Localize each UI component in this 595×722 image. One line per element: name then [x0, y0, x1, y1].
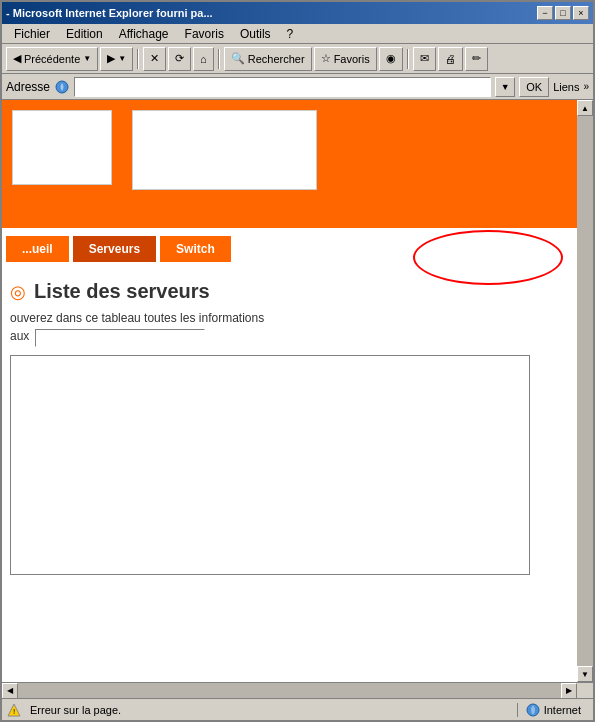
vertical-scrollbar[interactable]: ▲ ▼ [577, 100, 593, 682]
address-label: Adresse [6, 80, 50, 94]
mail-button[interactable]: ✉ [413, 47, 436, 71]
refresh-button[interactable]: ⟳ [168, 47, 191, 71]
main-content-area: ◎ Liste des serveurs ouverez dans ce tab… [2, 270, 593, 585]
media-button[interactable]: ◉ [379, 47, 403, 71]
horizontal-scrollbar[interactable]: ◀ ▶ [2, 682, 593, 698]
forward-button[interactable]: ▶ ▼ [100, 47, 133, 71]
stop-icon: ✕ [150, 52, 159, 65]
hscroll-track[interactable] [18, 683, 561, 699]
menu-fichier[interactable]: Fichier [6, 25, 58, 43]
search-input[interactable] [35, 329, 205, 347]
search-area: aux [10, 329, 585, 347]
print-icon: 🖨 [445, 53, 456, 65]
toolbar-sep-1 [137, 49, 139, 69]
warning-icon: ! [6, 702, 22, 718]
menu-favoris[interactable]: Favoris [177, 25, 232, 43]
edit-icon: ✏ [472, 52, 481, 65]
window-title: - Microsoft Internet Explorer fourni pa.… [6, 7, 537, 19]
toolbar: ◀ Précédente ▼ ▶ ▼ ✕ ⟳ ⌂ 🔍 Rechercher ☆ … [2, 44, 593, 74]
address-dropdown-button[interactable]: ▼ [495, 77, 515, 97]
maximize-button[interactable]: □ [555, 6, 571, 20]
back-label: Précédente [24, 53, 80, 65]
spiral-icon: ◎ [10, 281, 26, 303]
svg-text:!: ! [13, 707, 15, 716]
links-expand-button[interactable]: » [583, 81, 589, 92]
menu-affichage[interactable]: Affichage [111, 25, 177, 43]
go-button[interactable]: OK [519, 77, 549, 97]
address-bar: Adresse ▼ OK Liens » [2, 74, 593, 100]
menu-bar: Fichier Edition Affichage Favoris Outils… [2, 24, 593, 44]
browser-window: - Microsoft Internet Explorer fourni pa.… [0, 0, 595, 722]
star-icon: ☆ [321, 52, 331, 65]
tab-serveurs[interactable]: Serveurs [73, 236, 156, 262]
menu-help[interactable]: ? [279, 25, 302, 43]
nav-tabs: ...ueil Serveurs Switch [2, 236, 235, 262]
media-icon: ◉ [386, 52, 396, 65]
menu-edition[interactable]: Edition [58, 25, 111, 43]
nav-area: ...ueil Serveurs Switch [2, 228, 593, 270]
menu-outils[interactable]: Outils [232, 25, 279, 43]
home-icon: ⌂ [200, 53, 207, 65]
scrollbar-corner [577, 683, 593, 699]
logo-small [12, 110, 112, 185]
status-text: Erreur sur la page. [30, 704, 509, 716]
address-input[interactable] [74, 77, 491, 97]
links-label: Liens [553, 81, 579, 93]
status-bar: ! Erreur sur la page. Internet [2, 698, 593, 720]
tab-accueil[interactable]: ...ueil [6, 236, 69, 262]
data-table [10, 355, 530, 575]
page-title: Liste des serveurs [34, 280, 210, 303]
mail-icon: ✉ [420, 52, 429, 65]
orange-strip [2, 210, 593, 228]
logo-large [132, 110, 317, 190]
print-button[interactable]: 🖨 [438, 47, 463, 71]
page-content: ...ueil Serveurs Switch ◎ Liste des serv… [2, 100, 593, 682]
toolbar-sep-3 [407, 49, 409, 69]
orange-header [2, 100, 593, 210]
scroll-down-button[interactable]: ▼ [577, 666, 593, 682]
scroll-right-button[interactable]: ▶ [561, 683, 577, 699]
favorites-label: Favoris [334, 53, 370, 65]
refresh-icon: ⟳ [175, 52, 184, 65]
scroll-track[interactable] [577, 116, 593, 666]
forward-dropdown-icon: ▼ [118, 54, 126, 63]
oval-annotation [413, 230, 563, 285]
zone-text: Internet [544, 704, 581, 716]
back-dropdown-icon: ▼ [83, 54, 91, 63]
search-button[interactable]: 🔍 Rechercher [224, 47, 312, 71]
scroll-up-button[interactable]: ▲ [577, 100, 593, 116]
close-button[interactable]: × [573, 6, 589, 20]
back-button[interactable]: ◀ Précédente ▼ [6, 47, 98, 71]
content-area: ...ueil Serveurs Switch ◎ Liste des serv… [2, 100, 593, 682]
zone-indicator: Internet [517, 703, 589, 717]
search-prefix: aux [10, 329, 29, 343]
toolbar-sep-2 [218, 49, 220, 69]
window-controls: − □ × [537, 6, 589, 20]
title-bar: - Microsoft Internet Explorer fourni pa.… [2, 2, 593, 24]
back-arrow-icon: ◀ [13, 52, 21, 65]
forward-arrow-icon: ▶ [107, 52, 115, 65]
search-label: Rechercher [248, 53, 305, 65]
home-button[interactable]: ⌂ [193, 47, 214, 71]
edit-button[interactable]: ✏ [465, 47, 488, 71]
favorites-button[interactable]: ☆ Favoris [314, 47, 377, 71]
stop-button[interactable]: ✕ [143, 47, 166, 71]
tab-switch[interactable]: Switch [160, 236, 231, 262]
description-line1: ouverez dans ce tableau toutes les infor… [10, 311, 585, 325]
scroll-left-button[interactable]: ◀ [2, 683, 18, 699]
page-icon [54, 79, 70, 95]
minimize-button[interactable]: − [537, 6, 553, 20]
search-icon: 🔍 [231, 52, 245, 65]
